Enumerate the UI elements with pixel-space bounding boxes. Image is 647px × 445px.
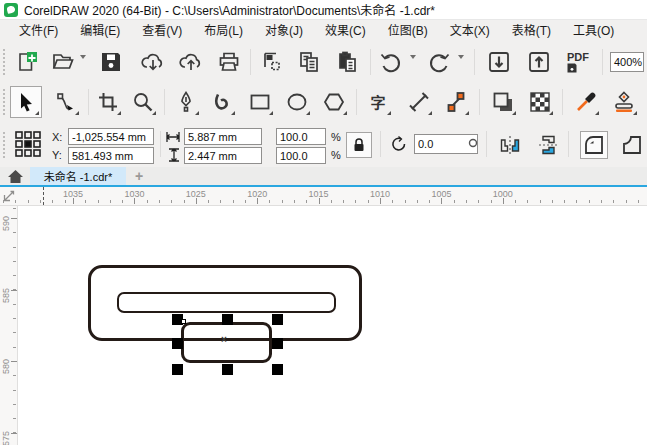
object-width-icon <box>166 131 180 143</box>
ellipse-tool-button[interactable] <box>281 86 313 118</box>
save-button[interactable] <box>96 47 126 77</box>
menu-bitmaps[interactable]: 位图(B) <box>377 20 439 42</box>
menu-layout[interactable]: 布局(L) <box>193 20 254 42</box>
selection-handle-bottom-left[interactable] <box>172 364 183 375</box>
dimension-tool-button[interactable] <box>403 86 435 118</box>
save-icon <box>99 50 123 74</box>
document-tab-active[interactable]: 未命名 -1.cdr* <box>30 167 126 185</box>
scalloped-corner-icon <box>621 134 643 156</box>
lock-ratio-button[interactable] <box>346 132 372 158</box>
document-tab-bar: 未命名 -1.cdr* + <box>0 167 647 187</box>
toolbox: 字 <box>0 82 647 123</box>
export-button[interactable] <box>524 47 554 77</box>
drawing-canvas[interactable]: × <box>18 206 647 445</box>
menu-object[interactable]: 对象(J) <box>254 20 314 42</box>
horizontal-ruler[interactable]: 10351030102510201015101010051000 <box>0 187 647 206</box>
menu-effects[interactable]: 效果(C) <box>314 20 377 42</box>
welcome-home-button[interactable] <box>2 167 28 185</box>
toolbox-grip[interactable] <box>2 88 7 116</box>
new-document-button[interactable] <box>12 47 42 77</box>
copy-icon <box>297 50 321 74</box>
shape-tool-button[interactable] <box>50 86 82 118</box>
redo-icon <box>426 49 452 75</box>
y-position-field[interactable] <box>68 147 154 164</box>
selection-handle-top-center[interactable] <box>222 314 233 325</box>
vruler-label: 590 <box>1 205 11 231</box>
object-position-icon <box>14 130 42 158</box>
import-button[interactable] <box>484 47 514 77</box>
mirror-horizontal-button[interactable] <box>496 131 524 159</box>
object-height-icon <box>168 148 180 162</box>
menu-text[interactable]: 文本(X) <box>439 20 501 42</box>
polygon-tool-icon <box>323 91 345 113</box>
round-corner-button[interactable] <box>580 131 608 159</box>
interactive-fill-tool-button[interactable] <box>608 86 640 118</box>
connector-tool-button[interactable] <box>440 86 472 118</box>
zoom-level-combo[interactable]: 400% <box>610 52 644 72</box>
pen-tool-button[interactable] <box>170 86 202 118</box>
selection-handle-middle-right[interactable] <box>272 338 283 349</box>
paste-button[interactable] <box>332 47 362 77</box>
vertical-ruler[interactable]: 590585580575 <box>0 206 18 445</box>
selection-handle-bottom-right[interactable] <box>272 364 283 375</box>
publish-to-pdf-button[interactable]: PDF <box>560 47 596 77</box>
open-button[interactable] <box>48 47 78 77</box>
hruler-ticks <box>0 200 647 203</box>
undo-dropdown-arrow[interactable] <box>410 55 416 59</box>
print-button[interactable] <box>214 47 244 77</box>
cut-button[interactable] <box>256 47 286 77</box>
undo-icon <box>378 49 404 75</box>
crop-tool-button[interactable] <box>92 86 124 118</box>
mirror-vertical-button[interactable] <box>534 131 562 159</box>
inner-slot-rounded-rectangle-shape[interactable] <box>117 292 336 313</box>
menu-tools[interactable]: 工具(O) <box>562 20 625 42</box>
menu-file[interactable]: 文件(F) <box>8 20 69 42</box>
scalloped-corner-button[interactable] <box>618 131 646 159</box>
selection-handle-middle-left[interactable] <box>172 338 183 349</box>
object-height-field[interactable] <box>184 147 262 164</box>
menu-table[interactable]: 表格(T) <box>501 20 562 42</box>
open-dropdown-arrow[interactable] <box>80 55 86 59</box>
menu-view[interactable]: 查看(V) <box>131 20 193 42</box>
transparency-tool-button[interactable] <box>524 86 556 118</box>
export-to-cloud-button[interactable] <box>176 47 206 77</box>
pick-tool-button[interactable] <box>10 86 42 118</box>
round-corner-icon <box>583 134 605 156</box>
selection-center-marker[interactable]: × <box>218 335 230 345</box>
undo-button[interactable] <box>376 47 406 77</box>
bspline-tool-icon <box>211 91 233 113</box>
text-tool-button[interactable]: 字 <box>362 86 394 118</box>
polygon-tool-button[interactable] <box>318 86 350 118</box>
zoom-tool-icon <box>132 91 154 113</box>
percent-v-label: % <box>331 149 341 161</box>
selection-handle-bottom-center[interactable] <box>222 364 233 375</box>
scale-horizontal-field[interactable] <box>276 128 326 145</box>
property-bar-grip[interactable] <box>2 131 7 159</box>
redo-button[interactable] <box>424 47 454 77</box>
scale-vertical-field[interactable] <box>276 147 326 164</box>
text-tool-icon: 字 <box>370 95 385 110</box>
menu-edit[interactable]: 编辑(E) <box>69 20 131 42</box>
corner-node-marker[interactable] <box>181 319 186 324</box>
window-title: CorelDRAW 2020 (64-Bit) - C:\Users\Admin… <box>24 1 435 18</box>
drop-shadow-tool-button[interactable] <box>487 86 519 118</box>
redo-dropdown-arrow[interactable] <box>458 55 464 59</box>
x-position-field[interactable] <box>68 128 154 145</box>
cut-icon <box>259 50 283 74</box>
copy-button[interactable] <box>294 47 324 77</box>
selection-handle-top-right[interactable] <box>272 314 283 325</box>
mirror-vertical-icon <box>537 134 559 156</box>
toolbar-grip[interactable] <box>2 48 7 76</box>
bspline-tool-button[interactable] <box>206 86 238 118</box>
pick-tool-icon <box>15 91 37 113</box>
rectangle-tool-button[interactable] <box>244 86 276 118</box>
shape-tool-icon <box>55 91 77 113</box>
import-from-cloud-button[interactable] <box>138 47 168 77</box>
new-tab-button[interactable]: + <box>130 167 148 185</box>
zoom-tool-button[interactable] <box>127 86 159 118</box>
drop-shadow-tool-icon <box>492 91 514 113</box>
eyedropper-tool-button[interactable] <box>570 86 602 118</box>
crop-tool-icon <box>97 91 119 113</box>
object-width-field[interactable] <box>184 128 262 145</box>
vruler-label: 585 <box>1 277 11 303</box>
